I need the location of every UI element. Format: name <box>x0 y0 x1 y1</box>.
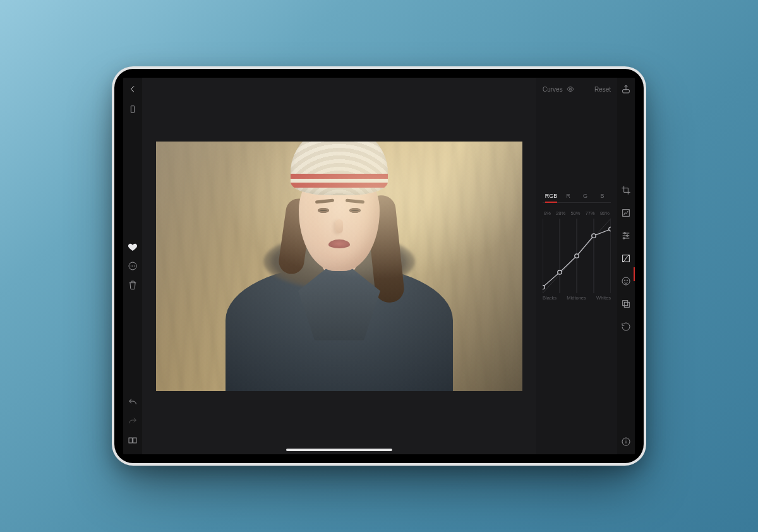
svg-point-15 <box>569 88 571 90</box>
redo-icon[interactable] <box>128 416 138 426</box>
curve-point[interactable] <box>609 227 611 231</box>
back-button[interactable] <box>128 84 138 94</box>
preview-toggle-icon[interactable] <box>567 85 574 93</box>
tab-green[interactable]: G <box>577 190 594 203</box>
crop-tool-icon[interactable] <box>621 185 631 195</box>
adjustments-panel: Curves Reset RGB R G B 8% <box>536 78 617 454</box>
svg-point-33 <box>627 280 627 281</box>
active-tool-indicator <box>634 267 635 281</box>
svg-point-32 <box>624 280 625 281</box>
photo-preview[interactable] <box>156 142 522 391</box>
svg-rect-34 <box>623 301 628 306</box>
svg-point-12 <box>134 266 135 267</box>
label-midtones: Midtones <box>567 295 586 301</box>
curve-graph[interactable] <box>543 219 611 293</box>
channel-tabs: RGB R G B <box>543 190 611 203</box>
svg-point-31 <box>622 277 630 285</box>
canvas[interactable] <box>142 78 536 454</box>
svg-rect-13 <box>129 438 132 443</box>
info-icon[interactable] <box>621 437 631 447</box>
app-screen: Curves Reset RGB R G B 8% <box>123 78 635 454</box>
svg-point-10 <box>131 266 131 267</box>
curve-point-values: 8% 28% 50% 77% 86% <box>543 210 611 219</box>
compare-icon[interactable] <box>128 435 138 445</box>
reset-button[interactable]: Reset <box>594 86 611 93</box>
svg-point-38 <box>626 440 627 440</box>
label-whites: Whites <box>596 295 611 301</box>
share-icon[interactable] <box>621 84 631 94</box>
ipad-frame: Curves Reset RGB R G B 8% <box>112 66 646 466</box>
undo-icon[interactable] <box>128 397 138 408</box>
delete-trash-icon[interactable] <box>128 280 138 290</box>
label-blacks: Blacks <box>543 295 556 301</box>
curves-editor[interactable]: 8% 28% 50% 77% 86% <box>543 210 611 301</box>
curves-tool-icon[interactable] <box>621 253 631 263</box>
tab-rgb[interactable]: RGB <box>543 190 560 203</box>
ipad-bezel: Curves Reset RGB R G B 8% <box>114 69 644 463</box>
tab-red[interactable]: R <box>560 190 577 203</box>
more-options-icon[interactable] <box>128 261 138 271</box>
svg-point-11 <box>133 266 133 267</box>
curve-point[interactable] <box>558 270 562 274</box>
home-indicator[interactable] <box>286 449 392 451</box>
svg-rect-35 <box>624 302 629 307</box>
panel-title: Curves <box>543 86 563 93</box>
tool-rail <box>617 78 635 454</box>
left-toolbar <box>123 78 142 454</box>
curve-point[interactable] <box>543 285 544 289</box>
svg-rect-14 <box>133 438 136 443</box>
levels-tool-icon[interactable] <box>621 208 631 218</box>
sliders-tool-icon[interactable] <box>621 231 631 241</box>
curve-point[interactable] <box>575 254 579 258</box>
filmstrip-toggle[interactable] <box>128 104 138 114</box>
favorite-heart-icon[interactable] <box>128 242 138 252</box>
face-retouch-icon[interactable] <box>621 276 631 286</box>
portrait-subject <box>232 164 447 391</box>
tab-blue[interactable]: B <box>594 190 611 203</box>
svg-rect-0 <box>131 106 134 113</box>
history-icon[interactable] <box>621 322 631 332</box>
curve-point[interactable] <box>592 234 596 238</box>
layers-tool-icon[interactable] <box>621 299 631 309</box>
